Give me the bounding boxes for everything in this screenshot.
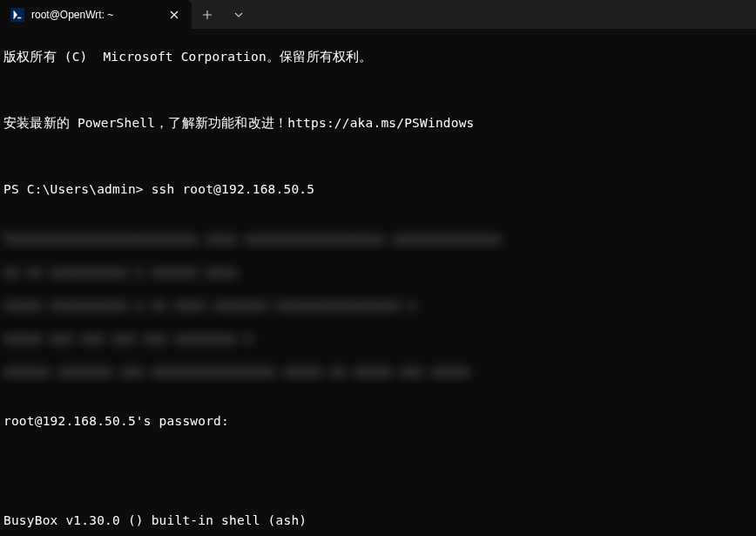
terminal-line [3,479,753,496]
terminal-line [3,446,753,463]
terminal-line: PS C:\Users\admin> ssh root@192.168.50.5 [3,181,753,198]
ps-prompt: PS C:\Users\admin> [3,182,152,196]
blurred-ssh-output: Txxxxxxxxxxxxxxxxxxxxxxxx xxxx xxxxxxxxx… [3,214,753,397]
terminal-tab[interactable]: root@OpenWrt: ~ [0,0,192,29]
terminal-content[interactable]: 版权所有 (C) Microsoft Corporation。保留所有权利。 安… [0,29,756,536]
terminal-line: 安装最新的 PowerShell，了解新功能和改进！https://aka.ms… [3,115,753,132]
powershell-icon [10,8,24,22]
terminal-line [3,148,753,165]
titlebar-buttons [192,0,254,29]
window-titlebar: root@OpenWrt: ~ [0,0,756,29]
terminal-line [3,82,753,98]
new-tab-button[interactable] [192,0,223,29]
tab-dropdown-button[interactable] [223,0,254,29]
password-prompt: root@192.168.50.5's password: [3,413,753,430]
tab-close-button[interactable] [167,8,181,22]
busybox-line: BusyBox v1.30.0 () built-in shell (ash) [3,512,753,529]
tab-title: root@OpenWrt: ~ [31,9,160,21]
terminal-line: 版权所有 (C) Microsoft Corporation。保留所有权利。 [3,49,753,65]
ssh-command: ssh root@192.168.50.5 [152,182,315,196]
